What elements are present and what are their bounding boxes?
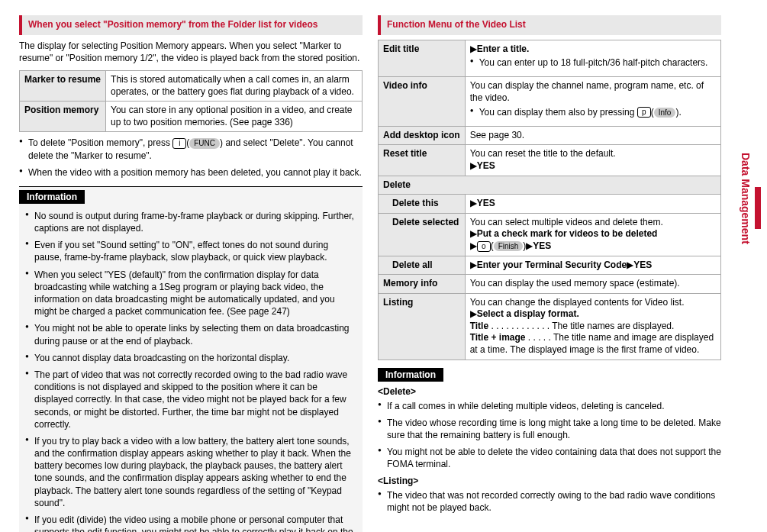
delete-selected-desc: You can select multiple videos and delet… — [465, 213, 720, 256]
delete-this-desc: ▶YES — [465, 195, 720, 214]
delete-selected-label: Delete selected — [379, 213, 466, 256]
marker-resume-desc: This is stored automatically when a call… — [106, 70, 363, 101]
position-memory-table: Marker to resume This is stored automati… — [19, 70, 363, 132]
position-memory-desc: You can store in any optional position i… — [106, 102, 363, 132]
listing-label: Listing — [379, 293, 466, 360]
function-menu-table: Edit title ▶Enter a title. You can enter… — [378, 40, 721, 360]
delete-all-label: Delete all — [379, 256, 466, 275]
memory-info-desc: You can display the used memory space (e… — [465, 275, 720, 294]
information-label: Information — [19, 190, 85, 204]
info-item: If a call comes in while deleting multip… — [378, 400, 721, 412]
o-key-icon: o — [477, 241, 491, 252]
p-key-icon: p — [637, 107, 651, 118]
table-row: Marker to resume This is stored automati… — [20, 70, 363, 101]
info-item: When you select "YES (default)" from the… — [25, 269, 356, 318]
table-row: Edit title ▶Enter a title. You can enter… — [379, 40, 721, 77]
info-item: No sound is output during frame-by-frame… — [25, 210, 356, 234]
note-deleted-video: When the video with a position memory ha… — [19, 166, 363, 179]
information-label: Information — [378, 368, 443, 382]
table-row: Memory info You can display the used mem… — [379, 275, 721, 294]
finish-softkey: Finish — [494, 241, 524, 251]
reset-title-desc: You can reset the title to the default. … — [465, 145, 720, 176]
side-accent — [755, 187, 761, 229]
table-row: Add desktop icon See page 30. — [379, 126, 721, 145]
info-item: The video that was not recorded correctl… — [378, 489, 721, 514]
info-softkey: Info — [654, 108, 676, 118]
i-alpha-key-icon: i — [172, 138, 186, 149]
left-information-box: Information No sound is output during fr… — [19, 186, 363, 532]
delete-this-label: Delete this — [379, 195, 466, 214]
right-information-box: Information <Delete> If a call comes in … — [378, 368, 721, 514]
info-item: You might not be able to operate links b… — [25, 322, 356, 347]
table-row: Position memory You can store in any opt… — [20, 102, 363, 132]
listing-subhead: <Listing> — [378, 476, 721, 486]
side-tab: Data Management — [740, 153, 752, 244]
delete-subhead: <Delete> — [378, 386, 721, 397]
right-header: Function Menu of the Video List — [378, 15, 721, 35]
info-item: Even if you set "Sound setting" to "ON",… — [25, 239, 356, 263]
video-info-label: Video info — [379, 77, 466, 126]
table-row: Delete selected You can select multiple … — [379, 213, 721, 256]
info-item: You cannot display data broadcasting on … — [25, 352, 356, 364]
note-delete-position: To delete "Position memory", press i(FUN… — [19, 137, 363, 161]
reset-title-label: Reset title — [379, 145, 466, 176]
table-row: Video info You can display the channel n… — [379, 77, 721, 126]
table-row: Reset title You can reset the title to t… — [379, 145, 721, 176]
delete-label: Delete — [379, 176, 721, 195]
table-row: Delete this ▶YES — [379, 195, 721, 214]
info-item: If you try to play back a video with a l… — [25, 435, 356, 509]
info-item: You might not be able to delete the vide… — [378, 446, 721, 470]
add-desktop-icon-label: Add desktop icon — [379, 126, 466, 145]
marker-resume-label: Marker to resume — [20, 70, 106, 101]
left-intro: The display for selecting Position Memor… — [19, 40, 363, 64]
left-column: When you select "Position memory" from t… — [19, 15, 363, 532]
info-item: The video whose recording time is long m… — [378, 417, 721, 441]
right-column: Function Menu of the Video List Edit tit… — [378, 15, 721, 532]
table-row: Delete all ▶Enter your Terminal Security… — [379, 256, 721, 275]
table-row: Delete — [379, 176, 721, 195]
left-notes: To delete "Position memory", press i(FUN… — [19, 137, 363, 179]
position-memory-label: Position memory — [20, 102, 106, 132]
table-row: Listing You can change the displayed con… — [379, 293, 721, 360]
memory-info-label: Memory info — [379, 275, 466, 294]
listing-desc: You can change the displayed contents fo… — [465, 293, 720, 360]
video-info-desc: You can display the channel name, progra… — [465, 77, 720, 126]
info-item: If you edit (divide) the video using a m… — [25, 514, 356, 532]
edit-title-desc: ▶Enter a title. You can enter up to 18 f… — [465, 40, 720, 77]
delete-all-desc: ▶Enter your Terminal Security Code▶YES — [465, 256, 720, 275]
info-item: The part of video that was not correctly… — [25, 369, 356, 430]
add-desktop-icon-desc: See page 30. — [465, 126, 720, 145]
left-header: When you select "Position memory" from t… — [19, 15, 363, 35]
func-softkey: FUNC — [189, 138, 220, 149]
edit-title-label: Edit title — [379, 40, 466, 77]
